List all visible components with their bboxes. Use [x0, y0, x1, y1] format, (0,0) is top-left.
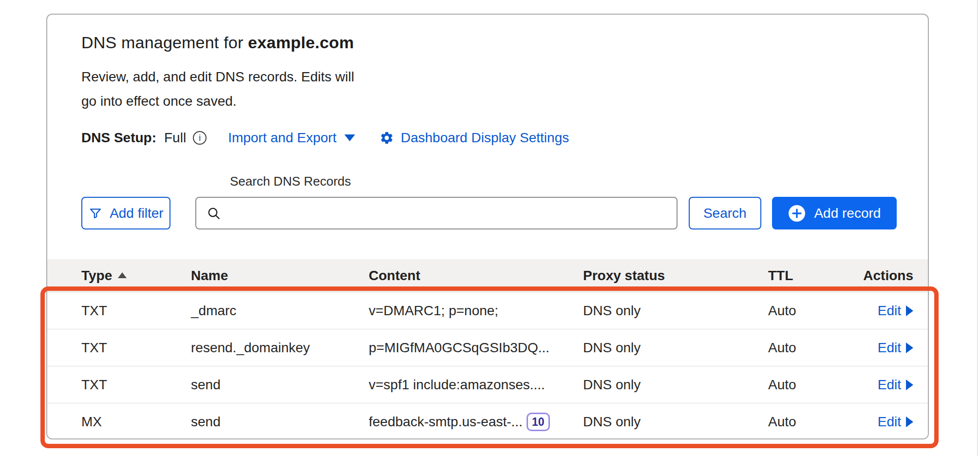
page-right-divider	[977, 0, 978, 456]
edit-label: Edit	[878, 303, 901, 319]
chevron-right-icon	[906, 417, 913, 427]
type-header-label: Type	[81, 268, 112, 284]
table-row: MX send feedback-smtp.us-east-... 10 DNS…	[47, 403, 928, 439]
search-input-wrap	[195, 197, 678, 229]
search-button-label: Search	[703, 206, 747, 221]
search-input[interactable]	[195, 197, 678, 229]
table-row: TXT _dmarc v=DMARC1; p=none; DNS only Au…	[47, 292, 928, 329]
name-cell: send	[191, 377, 369, 393]
plus-circle-icon	[788, 204, 806, 223]
dns-setup-value: Full	[164, 130, 186, 146]
edit-record-link[interactable]: Edit	[878, 303, 913, 319]
dns-management-card: DNS management for example.com Review, a…	[46, 14, 929, 439]
proxy-status-cell: DNS only	[583, 340, 768, 356]
dns-setup-row: DNS Setup: Full i Import and Export Dash…	[81, 130, 928, 146]
dashboard-display-settings-link[interactable]: Dashboard Display Settings	[379, 130, 569, 146]
edit-label: Edit	[878, 414, 901, 430]
add-filter-button[interactable]: Add filter	[81, 197, 170, 229]
column-header-ttl: TTL	[768, 268, 861, 284]
column-header-proxy-status: Proxy status	[583, 268, 768, 284]
type-cell: MX	[81, 414, 191, 430]
name-cell: send	[191, 414, 369, 430]
edit-label: Edit	[878, 340, 901, 356]
type-cell: TXT	[81, 340, 191, 356]
column-header-name: Name	[191, 268, 369, 284]
add-record-button[interactable]: Add record	[772, 197, 897, 229]
page-description-line2: go into effect once saved.	[81, 89, 928, 114]
proxy-status-cell: DNS only	[583, 303, 768, 319]
search-button[interactable]: Search	[689, 197, 761, 229]
dns-management-page: DNS management for example.com Review, a…	[0, 0, 980, 456]
table-row: TXT resend._domainkey p=MIGfMA0GCSqGSIb3…	[47, 329, 928, 366]
name-cell: _dmarc	[191, 303, 369, 319]
info-circle-icon[interactable]: i	[193, 131, 207, 145]
dns-records-table: Type Name Content Proxy status TTL Actio…	[47, 259, 928, 439]
page-title-domain: example.com	[248, 33, 354, 52]
chevron-down-icon	[344, 134, 355, 141]
table-row: TXT send v=spf1 include:amazonses.... DN…	[47, 366, 928, 403]
type-cell: TXT	[81, 377, 191, 393]
content-cell: v=DMARC1; p=none;	[369, 303, 583, 319]
chevron-right-icon	[906, 305, 913, 316]
edit-label: Edit	[878, 377, 901, 393]
content-text: feedback-smtp.us-east-...	[369, 414, 523, 430]
type-cell: TXT	[81, 303, 191, 319]
import-export-label: Import and Export	[228, 130, 337, 146]
page-description: Review, add, and edit DNS records. Edits…	[81, 65, 928, 114]
page-title-prefix: DNS management for	[81, 33, 243, 52]
mx-priority-badge: 10	[527, 413, 550, 431]
content-cell: p=MIGfMA0GCSqGSIb3DQ...	[369, 340, 583, 356]
page-description-line1: Review, add, and edit DNS records. Edits…	[81, 65, 928, 89]
add-filter-label: Add filter	[110, 206, 164, 221]
column-header-content: Content	[369, 268, 583, 284]
edit-record-link[interactable]: Edit	[878, 377, 913, 393]
search-controls-row: Add filter Search Add record	[81, 197, 928, 229]
edit-record-link[interactable]: Edit	[878, 414, 913, 430]
column-header-actions: Actions	[861, 268, 928, 284]
column-header-type[interactable]: Type	[81, 268, 191, 284]
chevron-right-icon	[906, 342, 913, 353]
gear-icon	[379, 131, 394, 145]
ttl-cell: Auto	[768, 303, 861, 319]
funnel-icon	[88, 206, 103, 221]
sort-ascending-icon	[118, 272, 127, 278]
import-export-link[interactable]: Import and Export	[228, 130, 355, 146]
ttl-cell: Auto	[768, 340, 861, 356]
dns-setup-label: DNS Setup:	[81, 130, 156, 146]
name-cell: resend._domainkey	[191, 340, 369, 356]
search-records-label: Search DNS Records	[230, 174, 928, 189]
chevron-right-icon	[906, 380, 913, 390]
add-record-label: Add record	[814, 206, 881, 221]
proxy-status-cell: DNS only	[583, 414, 768, 430]
proxy-status-cell: DNS only	[583, 377, 768, 393]
table-header-row: Type Name Content Proxy status TTL Actio…	[47, 259, 928, 292]
content-cell: feedback-smtp.us-east-... 10	[369, 413, 583, 431]
page-title: DNS management for example.com	[81, 33, 928, 52]
content-cell: v=spf1 include:amazonses....	[369, 377, 583, 393]
ttl-cell: Auto	[768, 414, 861, 430]
dashboard-display-settings-label: Dashboard Display Settings	[401, 130, 569, 146]
ttl-cell: Auto	[768, 377, 861, 393]
edit-record-link[interactable]: Edit	[878, 340, 913, 356]
